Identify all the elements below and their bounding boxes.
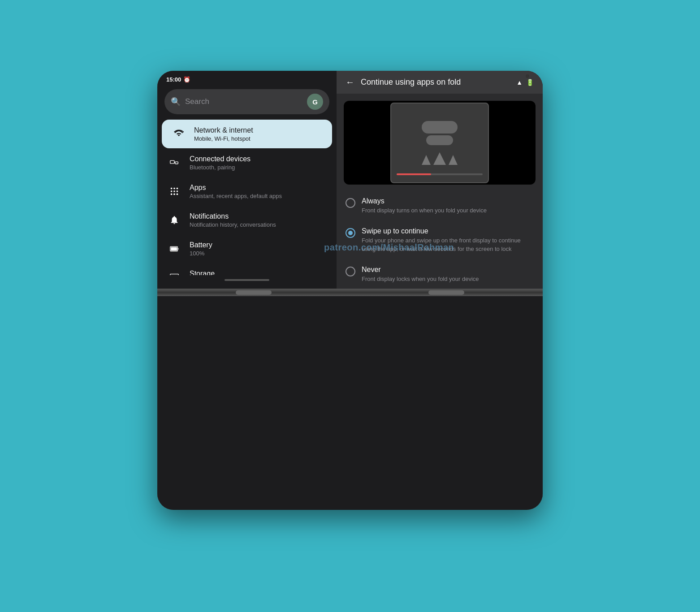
svg-rect-14 <box>171 247 177 250</box>
option-always[interactable]: Always Front display turns on when you f… <box>344 192 536 220</box>
radio-never[interactable] <box>346 267 355 276</box>
battery-item-text: Battery 100% <box>190 241 212 257</box>
wifi-icon <box>171 126 187 142</box>
settings-item-apps[interactable]: Apps Assistant, recent apps, default app… <box>157 177 337 206</box>
svg-point-3 <box>171 188 173 190</box>
option-never-subtitle: Front display locks when you fold your d… <box>362 275 479 283</box>
svg-rect-0 <box>170 160 174 163</box>
tree-right <box>449 155 458 165</box>
svg-point-4 <box>173 188 175 190</box>
svg-point-7 <box>173 190 175 192</box>
radio-swipe[interactable] <box>346 228 355 238</box>
detail-panel: ← Continue using apps on fold ▲ 🔋 <box>337 71 543 289</box>
connected-item-text: Connected devices Bluetooth, pairing <box>190 155 251 171</box>
tree-center <box>433 152 446 165</box>
option-always-text: Always Front display turns on when you f… <box>362 197 487 215</box>
option-never[interactable]: Never Front display locks when you fold … <box>344 260 536 289</box>
settings-panel: 15:00 ⏰ 🔍 Search G <box>157 71 337 289</box>
battery-icon <box>166 241 182 257</box>
notifications-title: Notifications <box>190 212 276 220</box>
svg-rect-13 <box>177 248 178 250</box>
connected-devices-icon <box>166 155 182 171</box>
settings-item-connected[interactable]: Connected devices Bluetooth, pairing <box>157 148 337 177</box>
status-icons-right: ▲ 🔋 <box>516 79 534 86</box>
options-list: Always Front display turns on when you f… <box>337 192 543 289</box>
network-subtitle: Mobile, Wi-Fi, hotspot <box>194 135 253 142</box>
settings-list: Network & internet Mobile, Wi-Fi, hotspo… <box>157 120 337 275</box>
connected-subtitle: Bluetooth, pairing <box>190 164 251 171</box>
tree-left <box>422 155 431 165</box>
cloud-large <box>422 121 458 134</box>
search-icon: 🔍 <box>171 97 181 107</box>
phone-body: 15:00 ⏰ 🔍 Search G <box>157 71 543 510</box>
apps-title: Apps <box>190 184 282 192</box>
connected-title: Connected devices <box>190 155 251 163</box>
apps-icon <box>166 183 182 199</box>
battery-subtitle: 100% <box>190 250 212 257</box>
phone-bottom-half <box>157 290 543 510</box>
storage-icon <box>166 269 182 275</box>
storage-title: Storage <box>190 270 252 276</box>
bell-icon <box>166 212 182 228</box>
option-never-title: Never <box>362 266 479 274</box>
tree-group <box>422 152 458 165</box>
status-bar: 15:00 ⏰ <box>157 71 337 86</box>
bottom-bar <box>157 275 337 289</box>
option-never-text: Never Front display locks when you fold … <box>362 266 479 283</box>
preview-container <box>344 101 536 185</box>
cloud-small <box>426 135 453 145</box>
network-title: Network & internet <box>194 126 253 134</box>
time-display: 15:00 <box>166 76 181 83</box>
svg-point-5 <box>177 188 178 190</box>
alarm-icon: ⏰ <box>183 76 190 83</box>
progress-bar-fill <box>397 173 431 175</box>
svg-point-9 <box>171 194 173 195</box>
option-always-subtitle: Front display turns on when you fold you… <box>362 207 487 215</box>
svg-point-10 <box>173 194 175 195</box>
notifications-item-text: Notifications Notification history, conv… <box>190 212 276 228</box>
status-time: 15:00 ⏰ <box>166 76 190 83</box>
detail-header: ← Continue using apps on fold ▲ 🔋 <box>337 71 543 94</box>
nav-indicator <box>225 279 269 281</box>
apps-item-text: Apps Assistant, recent apps, default app… <box>190 184 282 199</box>
detail-title: Continue using apps on fold <box>361 78 461 87</box>
hinge-piece-left <box>236 290 272 295</box>
wifi-status-icon: ▲ <box>516 79 523 86</box>
svg-point-6 <box>171 190 173 192</box>
notifications-subtitle: Notification history, conversations <box>190 221 276 228</box>
phone-container: 15:00 ⏰ 🔍 Search G <box>148 71 552 541</box>
back-button[interactable]: ← <box>346 77 354 87</box>
apps-subtitle: Assistant, recent apps, default apps <box>190 193 282 199</box>
option-swipe[interactable]: Swipe up to continue Fold your phone and… <box>344 222 536 258</box>
network-item-text: Network & internet Mobile, Wi-Fi, hotspo… <box>194 126 253 142</box>
watermark: patreon.com/MishaalRahman <box>337 242 454 253</box>
search-bar[interactable]: 🔍 Search G <box>164 89 329 114</box>
camera-icon <box>526 74 529 78</box>
settings-item-storage[interactable]: Storage 15% used · 109 GB free <box>157 263 337 275</box>
settings-item-network[interactable]: Network & internet Mobile, Wi-Fi, hotspo… <box>162 120 332 148</box>
hinge-piece-right <box>428 290 464 295</box>
svg-point-8 <box>177 190 178 192</box>
hinge <box>157 289 543 296</box>
avatar[interactable]: G <box>307 94 323 110</box>
phone-top-half: 15:00 ⏰ 🔍 Search G <box>157 71 543 290</box>
cloud-group <box>422 121 458 145</box>
settings-item-battery[interactable]: Battery 100% <box>157 234 337 263</box>
preview-inner <box>390 103 489 183</box>
option-swipe-title: Swipe up to continue <box>362 227 534 235</box>
bottom-half-inner <box>157 290 543 510</box>
settings-item-notifications[interactable]: Notifications Notification history, conv… <box>157 206 337 234</box>
search-input[interactable]: Search <box>185 97 302 106</box>
battery-status-icon: 🔋 <box>526 79 534 86</box>
svg-rect-1 <box>175 162 178 164</box>
storage-item-text: Storage 15% used · 109 GB free <box>190 270 252 276</box>
option-always-title: Always <box>362 197 487 205</box>
radio-always[interactable] <box>346 198 355 208</box>
battery-title: Battery <box>190 241 212 249</box>
radio-dot-swipe <box>348 231 353 235</box>
progress-bar-container <box>397 173 483 175</box>
svg-point-11 <box>177 194 178 195</box>
